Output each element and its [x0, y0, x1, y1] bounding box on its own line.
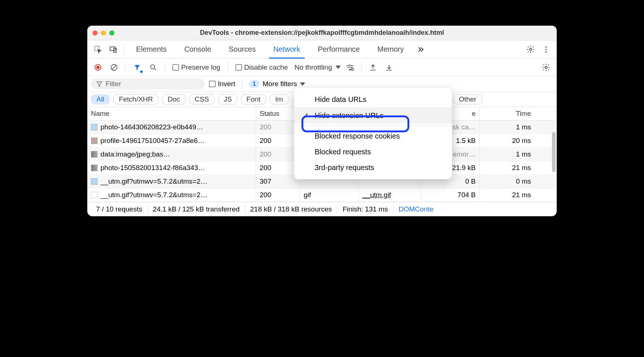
- file-icon: [91, 124, 98, 130]
- cell-time: 1 ms: [480, 148, 535, 161]
- table-row[interactable]: __utm.gif?utmwv=5.7.2&utms=2…200gif__utm…: [87, 188, 557, 202]
- clear-button[interactable]: [107, 60, 121, 74]
- network-settings-icon[interactable]: [539, 60, 553, 74]
- kebab-menu-icon[interactable]: [539, 43, 553, 56]
- tab-performance[interactable]: Performance: [310, 40, 368, 58]
- svg-point-6: [545, 51, 547, 52]
- filter-count-badge: 1: [249, 80, 260, 88]
- file-icon: [91, 178, 98, 185]
- chip-img[interactable]: Im: [270, 94, 288, 104]
- scrollbar[interactable]: [552, 132, 556, 216]
- cell-status: 307: [256, 175, 300, 188]
- tab-memory[interactable]: Memory: [369, 40, 412, 58]
- titlebar: DevTools - chrome-extension://pejkokffka…: [87, 26, 557, 40]
- preserve-log-toggle[interactable]: Preserve log: [172, 63, 220, 71]
- status-requests: 7 / 10 requests: [91, 205, 148, 213]
- cell-time: 21 ms: [480, 188, 535, 202]
- svg-point-4: [545, 46, 547, 48]
- cell-name: data:image/jpeg;bas…: [87, 148, 256, 161]
- svg-point-11: [545, 66, 547, 69]
- cell-status: 200: [256, 121, 300, 134]
- file-icon: [91, 137, 98, 144]
- chevron-down-icon: [336, 66, 341, 69]
- cell-name: __utm.gif?utmwv=5.7.2&utms=2…: [87, 188, 256, 202]
- settings-icon[interactable]: [524, 43, 538, 56]
- col-time[interactable]: Time: [480, 107, 535, 120]
- minimize-window-button[interactable]: [101, 30, 106, 36]
- invert-toggle[interactable]: Invert: [209, 80, 235, 88]
- check-icon: ✓: [302, 111, 310, 120]
- chip-css[interactable]: CSS: [189, 94, 215, 104]
- dropdown-item[interactable]: ✓Hide extension URLs: [294, 107, 452, 124]
- window-title: DevTools - chrome-extension://pejkokffka…: [87, 29, 557, 37]
- filter-input[interactable]: Filter: [91, 78, 205, 89]
- cell-status: 200: [256, 148, 300, 161]
- status-resources: 218 kB / 318 kB resources: [245, 205, 337, 213]
- network-conditions-icon[interactable]: [343, 60, 357, 74]
- maximize-window-button[interactable]: [109, 30, 114, 36]
- chip-js[interactable]: JS: [218, 94, 237, 104]
- record-button[interactable]: [91, 60, 105, 74]
- devtools-tabs: Elements Console Sources Network Perform…: [87, 40, 557, 59]
- cell-name: profile-1496175100457-27a8e6…: [87, 134, 256, 147]
- chip-other[interactable]: Other: [453, 94, 482, 104]
- svg-point-3: [530, 48, 532, 51]
- chip-fetch-xhr[interactable]: Fetch/XHR: [113, 94, 158, 104]
- device-toolbar-icon[interactable]: [106, 43, 120, 56]
- more-filters-button[interactable]: 1 More filters: [249, 80, 305, 88]
- search-icon[interactable]: [146, 60, 160, 74]
- divider: [124, 44, 124, 55]
- scrollbar-thumb[interactable]: [552, 132, 556, 172]
- tab-sources[interactable]: Sources: [221, 40, 264, 58]
- upload-har-icon[interactable]: [366, 60, 380, 74]
- status-transferred: 24.1 kB / 125 kB transferred: [148, 205, 245, 213]
- chip-all[interactable]: All: [91, 94, 110, 104]
- tab-console[interactable]: Console: [176, 40, 219, 58]
- chip-doc[interactable]: Doc: [162, 94, 186, 104]
- cell-name: photo-1505820013142-f86a343…: [87, 161, 256, 174]
- inspect-icon[interactable]: [91, 43, 105, 56]
- cell-name: __utm.gif?utmwv=5.7.2&utms=2…: [87, 175, 256, 188]
- chip-font[interactable]: Font: [241, 94, 266, 104]
- devtools-window: DevTools - chrome-extension://pejkokffka…: [87, 26, 557, 216]
- status-domcontent: DOMConte: [394, 205, 439, 213]
- file-icon: [91, 151, 98, 158]
- cell-initiator: __utm.gif: [359, 188, 421, 202]
- filter-toggle-icon[interactable]: [130, 60, 144, 74]
- close-window-button[interactable]: [92, 30, 98, 36]
- cell-status: 200: [256, 188, 300, 202]
- file-icon: [91, 165, 98, 171]
- cell-status: 200: [256, 134, 300, 147]
- cell-time: 1 ms: [480, 121, 535, 134]
- col-name[interactable]: Name: [87, 107, 256, 120]
- download-har-icon[interactable]: [382, 60, 396, 74]
- funnel-icon: [96, 81, 103, 87]
- dropdown-item[interactable]: Blocked response cookies: [294, 128, 452, 144]
- separator: [294, 126, 452, 126]
- dropdown-item[interactable]: 3rd-party requests: [294, 160, 452, 176]
- disable-cache-toggle[interactable]: Disable cache: [235, 63, 288, 71]
- cell-time: 20 ms: [480, 134, 535, 147]
- statusbar: 7 / 10 requests 24.1 kB / 125 kB transfe…: [87, 202, 557, 216]
- cell-time: 0 ms: [480, 175, 535, 188]
- cell-time: 21 ms: [480, 161, 535, 174]
- more-tabs-icon[interactable]: [413, 43, 427, 56]
- svg-point-8: [151, 65, 155, 69]
- dropdown-item[interactable]: Blocked requests: [294, 144, 452, 160]
- dropdown-item[interactable]: Hide data URLs: [294, 92, 452, 107]
- checkbox-icon: [235, 64, 242, 71]
- chevron-down-icon: [300, 82, 305, 86]
- file-icon: [91, 192, 98, 198]
- cell-type: gif: [300, 188, 359, 202]
- throttling-select[interactable]: No throttling: [294, 63, 341, 71]
- window-controls: [92, 30, 114, 36]
- svg-point-5: [545, 49, 547, 50]
- cell-size: 704 B: [421, 188, 480, 202]
- status-finish: Finish: 131 ms: [337, 205, 394, 213]
- checkbox-icon: [209, 81, 216, 87]
- cell-status: 200: [256, 161, 300, 174]
- svg-point-9: [350, 69, 351, 70]
- col-status[interactable]: Status: [256, 107, 300, 120]
- tab-elements[interactable]: Elements: [128, 40, 175, 58]
- tab-network[interactable]: Network: [265, 40, 308, 58]
